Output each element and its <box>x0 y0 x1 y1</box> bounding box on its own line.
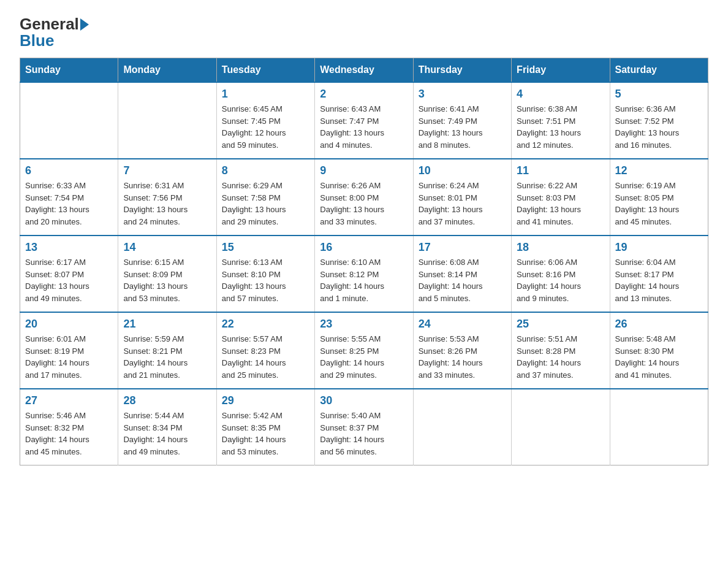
calendar-cell: 20Sunrise: 6:01 AM Sunset: 8:19 PM Dayli… <box>20 312 118 389</box>
day-info: Sunrise: 6:38 AM Sunset: 7:51 PM Dayligh… <box>517 103 604 151</box>
day-info: Sunrise: 6:19 AM Sunset: 8:05 PM Dayligh… <box>615 180 703 228</box>
logo-arrow-icon <box>80 18 89 31</box>
day-number: 21 <box>123 318 211 331</box>
page-header: General Blue <box>20 15 708 50</box>
column-header-monday: Monday <box>118 58 216 83</box>
day-info: Sunrise: 6:15 AM Sunset: 8:09 PM Dayligh… <box>123 256 211 304</box>
day-number: 18 <box>517 241 604 254</box>
day-number: 28 <box>123 394 211 407</box>
day-number: 17 <box>419 241 506 254</box>
day-info: Sunrise: 6:29 AM Sunset: 7:58 PM Dayligh… <box>222 180 309 228</box>
calendar-cell: 21Sunrise: 5:59 AM Sunset: 8:21 PM Dayli… <box>118 312 216 389</box>
day-info: Sunrise: 5:51 AM Sunset: 8:28 PM Dayligh… <box>517 333 604 381</box>
day-number: 14 <box>123 241 211 254</box>
day-info: Sunrise: 5:42 AM Sunset: 8:35 PM Dayligh… <box>222 410 309 458</box>
calendar-cell: 5Sunrise: 6:36 AM Sunset: 7:52 PM Daylig… <box>610 82 708 159</box>
day-number: 1 <box>222 88 309 101</box>
calendar-cell: 12Sunrise: 6:19 AM Sunset: 8:05 PM Dayli… <box>610 159 708 236</box>
calendar-week-row: 1Sunrise: 6:45 AM Sunset: 7:45 PM Daylig… <box>20 82 708 159</box>
calendar-cell <box>512 389 610 465</box>
column-header-wednesday: Wednesday <box>315 58 413 83</box>
day-number: 29 <box>222 394 309 407</box>
day-number: 12 <box>615 164 703 177</box>
calendar-cell <box>20 82 118 159</box>
day-info: Sunrise: 5:53 AM Sunset: 8:26 PM Dayligh… <box>419 333 506 381</box>
day-number: 30 <box>320 394 408 407</box>
calendar-cell: 6Sunrise: 6:33 AM Sunset: 7:54 PM Daylig… <box>20 159 118 236</box>
day-number: 15 <box>222 241 309 254</box>
day-info: Sunrise: 6:22 AM Sunset: 8:03 PM Dayligh… <box>517 180 604 228</box>
day-info: Sunrise: 6:43 AM Sunset: 7:47 PM Dayligh… <box>320 103 408 151</box>
column-header-tuesday: Tuesday <box>216 58 314 83</box>
calendar-cell: 25Sunrise: 5:51 AM Sunset: 8:28 PM Dayli… <box>512 312 610 389</box>
day-number: 23 <box>320 318 408 331</box>
day-number: 24 <box>419 318 506 331</box>
day-info: Sunrise: 6:31 AM Sunset: 7:56 PM Dayligh… <box>123 180 211 228</box>
column-header-sunday: Sunday <box>20 58 118 83</box>
calendar-cell: 17Sunrise: 6:08 AM Sunset: 8:14 PM Dayli… <box>413 236 511 312</box>
calendar-cell: 22Sunrise: 5:57 AM Sunset: 8:23 PM Dayli… <box>216 312 314 389</box>
logo-area: General Blue <box>20 15 90 50</box>
day-info: Sunrise: 6:17 AM Sunset: 8:07 PM Dayligh… <box>25 256 113 304</box>
calendar-cell: 7Sunrise: 6:31 AM Sunset: 7:56 PM Daylig… <box>118 159 216 236</box>
day-info: Sunrise: 6:08 AM Sunset: 8:14 PM Dayligh… <box>419 256 506 304</box>
calendar-cell <box>413 389 511 465</box>
day-number: 2 <box>320 88 408 101</box>
calendar-cell: 2Sunrise: 6:43 AM Sunset: 7:47 PM Daylig… <box>315 82 413 159</box>
day-info: Sunrise: 5:46 AM Sunset: 8:32 PM Dayligh… <box>25 410 113 458</box>
calendar-cell: 4Sunrise: 6:38 AM Sunset: 7:51 PM Daylig… <box>512 82 610 159</box>
day-info: Sunrise: 6:06 AM Sunset: 8:16 PM Dayligh… <box>517 256 604 304</box>
day-info: Sunrise: 5:57 AM Sunset: 8:23 PM Dayligh… <box>222 333 309 381</box>
calendar-cell: 30Sunrise: 5:40 AM Sunset: 8:37 PM Dayli… <box>315 389 413 465</box>
calendar-week-row: 6Sunrise: 6:33 AM Sunset: 7:54 PM Daylig… <box>20 159 708 236</box>
calendar-cell: 18Sunrise: 6:06 AM Sunset: 8:16 PM Dayli… <box>512 236 610 312</box>
day-number: 27 <box>25 394 113 407</box>
calendar-cell: 28Sunrise: 5:44 AM Sunset: 8:34 PM Dayli… <box>118 389 216 465</box>
calendar-week-row: 27Sunrise: 5:46 AM Sunset: 8:32 PM Dayli… <box>20 389 708 465</box>
day-info: Sunrise: 5:48 AM Sunset: 8:30 PM Dayligh… <box>615 333 703 381</box>
day-number: 3 <box>419 88 506 101</box>
calendar-cell: 11Sunrise: 6:22 AM Sunset: 8:03 PM Dayli… <box>512 159 610 236</box>
day-info: Sunrise: 6:36 AM Sunset: 7:52 PM Dayligh… <box>615 103 703 151</box>
calendar-cell: 27Sunrise: 5:46 AM Sunset: 8:32 PM Dayli… <box>20 389 118 465</box>
day-number: 9 <box>320 164 408 177</box>
day-info: Sunrise: 6:04 AM Sunset: 8:17 PM Dayligh… <box>615 256 703 304</box>
calendar-cell: 13Sunrise: 6:17 AM Sunset: 8:07 PM Dayli… <box>20 236 118 312</box>
day-number: 5 <box>615 88 703 101</box>
day-info: Sunrise: 6:24 AM Sunset: 8:01 PM Dayligh… <box>419 180 506 228</box>
calendar-cell: 10Sunrise: 6:24 AM Sunset: 8:01 PM Dayli… <box>413 159 511 236</box>
calendar-cell: 8Sunrise: 6:29 AM Sunset: 7:58 PM Daylig… <box>216 159 314 236</box>
calendar-cell: 23Sunrise: 5:55 AM Sunset: 8:25 PM Dayli… <box>315 312 413 389</box>
column-header-thursday: Thursday <box>413 58 511 83</box>
calendar-cell <box>610 389 708 465</box>
day-number: 25 <box>517 318 604 331</box>
day-number: 8 <box>222 164 309 177</box>
day-info: Sunrise: 5:44 AM Sunset: 8:34 PM Dayligh… <box>123 410 211 458</box>
calendar-cell: 3Sunrise: 6:41 AM Sunset: 7:49 PM Daylig… <box>413 82 511 159</box>
calendar-cell: 15Sunrise: 6:13 AM Sunset: 8:10 PM Dayli… <box>216 236 314 312</box>
calendar-cell: 1Sunrise: 6:45 AM Sunset: 7:45 PM Daylig… <box>216 82 314 159</box>
calendar-header-row: SundayMondayTuesdayWednesdayThursdayFrid… <box>20 58 708 83</box>
day-number: 11 <box>517 164 604 177</box>
calendar-cell <box>118 82 216 159</box>
day-info: Sunrise: 6:10 AM Sunset: 8:12 PM Dayligh… <box>320 256 408 304</box>
day-info: Sunrise: 6:45 AM Sunset: 7:45 PM Dayligh… <box>222 103 309 151</box>
day-number: 16 <box>320 241 408 254</box>
day-info: Sunrise: 6:26 AM Sunset: 8:00 PM Dayligh… <box>320 180 408 228</box>
calendar-cell: 19Sunrise: 6:04 AM Sunset: 8:17 PM Dayli… <box>610 236 708 312</box>
day-info: Sunrise: 5:55 AM Sunset: 8:25 PM Dayligh… <box>320 333 408 381</box>
day-number: 13 <box>25 241 113 254</box>
day-info: Sunrise: 6:41 AM Sunset: 7:49 PM Dayligh… <box>419 103 506 151</box>
day-number: 19 <box>615 241 703 254</box>
logo-blue-text: Blue <box>20 31 54 50</box>
calendar-week-row: 13Sunrise: 6:17 AM Sunset: 8:07 PM Dayli… <box>20 236 708 312</box>
day-info: Sunrise: 6:01 AM Sunset: 8:19 PM Dayligh… <box>25 333 113 381</box>
day-number: 6 <box>25 164 113 177</box>
column-header-friday: Friday <box>512 58 610 83</box>
calendar-cell: 24Sunrise: 5:53 AM Sunset: 8:26 PM Dayli… <box>413 312 511 389</box>
day-number: 20 <box>25 318 113 331</box>
day-info: Sunrise: 6:33 AM Sunset: 7:54 PM Dayligh… <box>25 180 113 228</box>
calendar-week-row: 20Sunrise: 6:01 AM Sunset: 8:19 PM Dayli… <box>20 312 708 389</box>
day-number: 4 <box>517 88 604 101</box>
calendar-cell: 14Sunrise: 6:15 AM Sunset: 8:09 PM Dayli… <box>118 236 216 312</box>
